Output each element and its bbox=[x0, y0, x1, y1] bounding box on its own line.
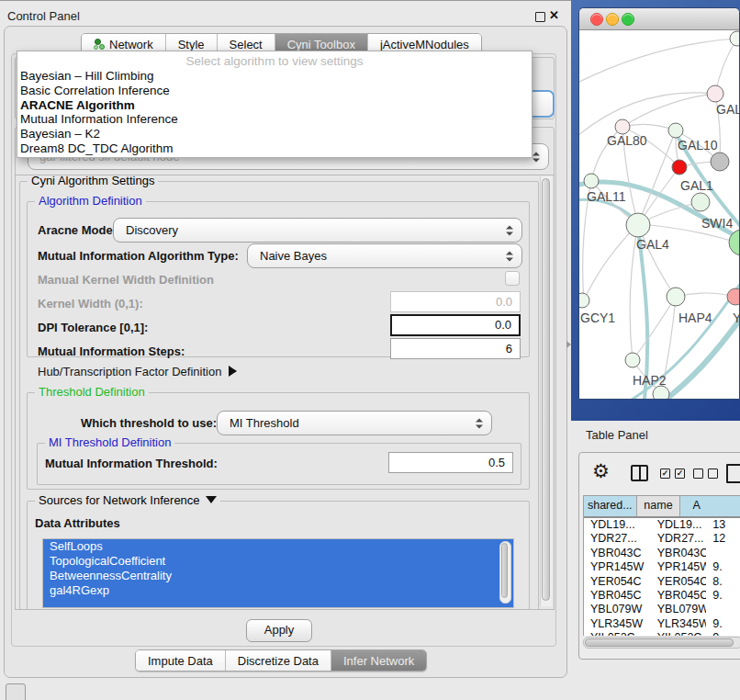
table-cell[interactable]: YBR045C bbox=[651, 589, 707, 603]
table-cell[interactable]: YLR345W bbox=[651, 617, 707, 631]
network-node-y[interactable] bbox=[727, 288, 740, 305]
kernel-width-field[interactable]: 0.0 bbox=[390, 291, 521, 312]
column-header[interactable]: A bbox=[680, 496, 740, 516]
network-edge[interactable] bbox=[579, 93, 715, 141]
table-cell[interactable]: YER054C bbox=[651, 575, 707, 589]
table-cell[interactable]: 8. bbox=[706, 575, 740, 589]
algorithm-option[interactable]: Mutual Information Inference bbox=[17, 112, 532, 127]
table-cell[interactable]: 9. bbox=[706, 560, 740, 574]
table-cell[interactable] bbox=[706, 547, 740, 560]
network-window-titlebar[interactable] bbox=[579, 8, 739, 30]
algorithm-option[interactable]: Bayesian – Hill Climbing bbox=[17, 69, 532, 84]
bottom-cut-button[interactable] bbox=[6, 683, 26, 700]
table-row[interactable]: YIL052CYIL052C9. bbox=[584, 631, 740, 636]
column-header[interactable]: shared... bbox=[584, 496, 637, 516]
list-item[interactable]: gal4RGexp bbox=[43, 583, 513, 598]
which-threshold-combobox[interactable]: MI Threshold bbox=[217, 411, 492, 435]
select-all-checks-icon[interactable]: ✓✓ bbox=[660, 469, 685, 479]
tab-impute-data[interactable]: Impute Data bbox=[136, 650, 226, 671]
tab-infer-network[interactable]: Infer Network bbox=[331, 650, 426, 671]
table-cell[interactable]: YBL079W bbox=[584, 603, 651, 616]
table-cell[interactable]: YBR043C bbox=[651, 547, 707, 560]
network-edge[interactable] bbox=[715, 39, 737, 94]
mi-steps-field[interactable]: 6 bbox=[390, 338, 521, 359]
table-row[interactable]: YLR345WYLR345W9. bbox=[584, 617, 740, 631]
list-item[interactable]: SelfLoops bbox=[43, 539, 513, 554]
list-item[interactable]: BetweennessCentrality bbox=[43, 569, 513, 583]
network-node[interactable] bbox=[711, 152, 729, 171]
table-row[interactable]: YBR043CYBR043C bbox=[584, 547, 740, 560]
list-item-partial[interactable] bbox=[43, 598, 513, 608]
network-node-hap4[interactable] bbox=[667, 288, 685, 306]
table-row[interactable]: YBL079WYBL079W bbox=[584, 603, 740, 616]
algorithm-option[interactable]: Bayesian – K2 bbox=[17, 127, 532, 141]
table-cell[interactable]: YDL19... bbox=[584, 518, 651, 532]
table-horizontal-scrollbar[interactable] bbox=[583, 637, 740, 649]
manual-kernel-width-checkbox[interactable] bbox=[505, 271, 520, 286]
network-node-gal80[interactable] bbox=[615, 119, 630, 134]
deselect-all-checks-icon[interactable] bbox=[693, 469, 718, 479]
table-cell[interactable]: YER054C bbox=[584, 575, 651, 589]
gear-icon[interactable]: ⚙ bbox=[592, 460, 610, 482]
table-cell[interactable]: YPR145W bbox=[651, 560, 707, 574]
network-node-gal4[interactable] bbox=[626, 213, 650, 237]
table-cell[interactable]: YIL052C bbox=[584, 631, 651, 636]
network-node-gal1[interactable] bbox=[672, 160, 687, 175]
table-row[interactable]: YER054CYER054C8. bbox=[584, 575, 740, 589]
mac-close-icon[interactable] bbox=[590, 13, 603, 26]
list-scrollbar[interactable] bbox=[499, 541, 511, 604]
table-cell[interactable]: YIL052C bbox=[651, 631, 707, 636]
hub-definition-toggle[interactable]: Hub/Transcription Factor Definition bbox=[38, 365, 237, 378]
table-cell[interactable] bbox=[706, 603, 740, 616]
apply-button[interactable]: Apply bbox=[246, 619, 312, 642]
table-cell[interactable]: 9. bbox=[706, 631, 740, 636]
network-node-swi4[interactable] bbox=[691, 193, 710, 211]
network-node[interactable] bbox=[730, 31, 740, 46]
network-node-gal[interactable] bbox=[707, 85, 723, 102]
table-cell[interactable]: YBR045C bbox=[584, 589, 651, 603]
mac-zoom-icon[interactable] bbox=[622, 13, 634, 26]
aracne-mode-combobox[interactable]: Discovery bbox=[113, 218, 522, 243]
network-edge[interactable] bbox=[579, 39, 737, 85]
tab-discretize-data[interactable]: Discretize Data bbox=[226, 650, 331, 671]
table-cell[interactable]: YPR145W bbox=[584, 560, 651, 574]
network-node-hap2[interactable] bbox=[625, 353, 640, 367]
table-cell[interactable]: 12 bbox=[706, 532, 740, 546]
mi-threshold-field[interactable]: 0.5 bbox=[388, 452, 513, 473]
table-cell[interactable]: YBL079W bbox=[651, 603, 707, 616]
table-row[interactable]: YPR145WYPR145W9. bbox=[584, 560, 740, 574]
algorithm-option[interactable]: Basic Correlation Inference bbox=[17, 84, 532, 98]
mac-minimize-icon[interactable] bbox=[606, 13, 619, 26]
columns-icon[interactable] bbox=[631, 465, 648, 481]
table-cell[interactable]: YDL19... bbox=[651, 518, 707, 532]
table-row[interactable]: YDL19...YDL19...13 bbox=[584, 518, 740, 532]
table-row[interactable]: YDR27...YDR27...12 bbox=[584, 532, 740, 546]
network-node-gcy1[interactable] bbox=[579, 293, 589, 308]
dpi-tolerance-field[interactable]: 0.0 bbox=[390, 314, 521, 336]
table-cell[interactable]: YLR345W bbox=[584, 617, 651, 631]
network-edge[interactable] bbox=[622, 124, 676, 130]
table-cell[interactable]: 9. bbox=[706, 589, 740, 603]
export-table-icon[interactable] bbox=[726, 464, 740, 483]
network-node-gal10[interactable] bbox=[668, 123, 683, 138]
settings-scrollbar[interactable] bbox=[540, 176, 552, 606]
network-edge[interactable] bbox=[622, 94, 715, 127]
table-cell[interactable]: YDR27... bbox=[651, 532, 707, 546]
algorithm-dropdown-popup: Select algorithm to view settings Bayesi… bbox=[17, 51, 533, 158]
column-header[interactable]: name bbox=[637, 496, 681, 516]
table-row[interactable]: YBR045CYBR045C9. bbox=[584, 589, 740, 603]
close-icon[interactable]: ✕ bbox=[549, 8, 559, 22]
table-cell[interactable]: YDR27... bbox=[584, 532, 651, 546]
list-item[interactable]: TopologicalCoefficient bbox=[43, 554, 513, 569]
mi-steps-label: Mutual Information Steps: bbox=[38, 344, 185, 358]
table-cell[interactable]: YBR043C bbox=[584, 547, 651, 560]
float-window-icon[interactable] bbox=[535, 12, 545, 22]
algorithm-option[interactable]: Dream8 DC_TDC Algorithm bbox=[17, 141, 532, 156]
network-node[interactable] bbox=[653, 386, 669, 400]
algorithm-option-selected[interactable]: ARACNE Algorithm bbox=[17, 98, 532, 113]
table-cell[interactable]: 9. bbox=[706, 617, 740, 631]
table-cell[interactable]: 13 bbox=[706, 518, 740, 532]
network-node-gal11[interactable] bbox=[584, 174, 599, 188]
network-canvas[interactable]: GALGAL80GAL10GAL1GAL11SWI4GAL4GCY1HAP4YH… bbox=[579, 30, 740, 400]
mi-algorithm-type-combobox[interactable]: Naive Bayes bbox=[247, 243, 522, 268]
